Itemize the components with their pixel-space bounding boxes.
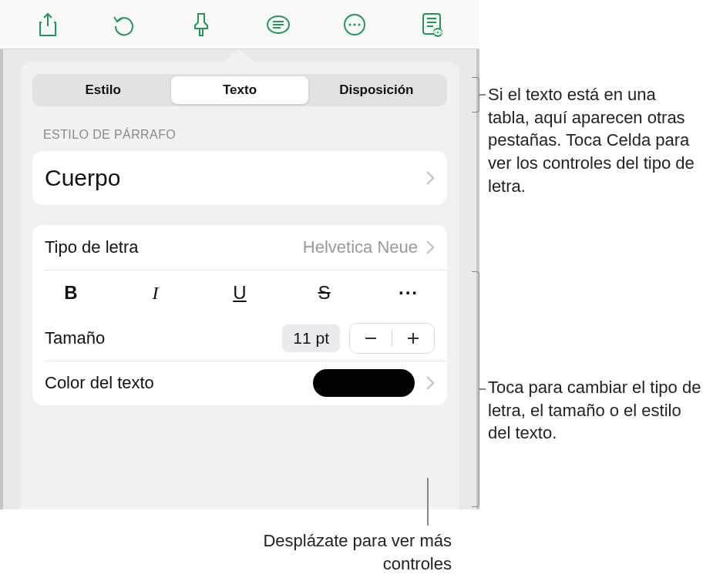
- minus-icon: [363, 331, 378, 346]
- plus-icon: [405, 331, 421, 346]
- font-row[interactable]: Tipo de letra Helvetica Neue: [32, 225, 447, 270]
- more-icon: [342, 12, 367, 37]
- svg-point-6: [354, 23, 356, 25]
- callout-font-note: Toca para cambiar el tipo de letra, el t…: [488, 376, 702, 445]
- share-icon: [37, 12, 59, 37]
- size-label: Tamaño: [45, 328, 282, 348]
- presenter-icon: [419, 12, 444, 38]
- paragraph-button[interactable]: [260, 6, 297, 43]
- text-color-label: Color del texto: [45, 373, 313, 393]
- callout-tabs-note: Si el texto está en una tabla, aquí apar…: [488, 83, 700, 197]
- size-row: Tamaño 11 pt: [32, 316, 447, 361]
- callout-bracket-font: [472, 271, 479, 507]
- format-panel-backdrop: Estilo Texto Disposición ESTILO DE PÁRRA…: [0, 49, 479, 509]
- callout-leader-font: [479, 388, 486, 390]
- undo-icon: [112, 12, 136, 37]
- callout-scroll-note: Desplázate para ver más controles: [220, 529, 452, 575]
- bold-button[interactable]: B: [49, 277, 92, 308]
- paragraph-icon: [266, 14, 291, 35]
- font-value: Helvetica Neue: [303, 237, 418, 257]
- underline-button[interactable]: U: [218, 277, 261, 308]
- undo-button[interactable]: [106, 6, 143, 43]
- chevron-right-icon: [426, 170, 435, 186]
- tab-disposicion[interactable]: Disposición: [308, 76, 445, 104]
- paragraph-style-value: Cuerpo: [45, 151, 426, 205]
- callout-bracket-tabs: [472, 77, 479, 113]
- size-decrease-button[interactable]: [350, 324, 392, 353]
- chevron-right-icon: [426, 375, 435, 391]
- callout-leader-scroll: [427, 478, 429, 526]
- presenter-button[interactable]: [413, 6, 450, 43]
- size-increase-button[interactable]: [392, 324, 434, 353]
- format-panel: Estilo Texto Disposición ESTILO DE PÁRRA…: [20, 62, 459, 509]
- size-stepper: [349, 323, 435, 354]
- svg-point-5: [349, 23, 352, 25]
- text-properties-card: Tipo de letra Helvetica Neue B I U S ···…: [32, 225, 447, 405]
- tab-estilo[interactable]: Estilo: [35, 76, 171, 104]
- format-button[interactable]: [183, 6, 220, 43]
- paragraph-style-section-label: ESTILO DE PÁRRAFO: [43, 128, 447, 142]
- format-tabs: Estilo Texto Disposición: [32, 74, 447, 106]
- more-button[interactable]: [336, 6, 373, 43]
- italic-button[interactable]: I: [134, 277, 177, 308]
- svg-point-7: [358, 23, 361, 25]
- svg-point-12: [433, 28, 442, 37]
- strikethrough-button[interactable]: S: [303, 277, 346, 308]
- format-brush-icon: [190, 12, 213, 38]
- paragraph-style-row[interactable]: Cuerpo: [32, 151, 447, 205]
- popover-arrow: [222, 49, 256, 63]
- text-color-swatch[interactable]: [313, 369, 415, 397]
- top-toolbar: [0, 0, 479, 49]
- paragraph-style-card: Cuerpo: [32, 151, 447, 205]
- tab-texto[interactable]: Texto: [171, 76, 308, 104]
- text-style-row: B I U S ···: [32, 270, 447, 316]
- callout-leader-tabs: [479, 94, 486, 96]
- chevron-right-icon: [426, 240, 435, 255]
- font-label: Tipo de letra: [45, 237, 303, 257]
- share-button[interactable]: [29, 6, 66, 43]
- more-text-styles-button[interactable]: ···: [387, 277, 430, 308]
- text-color-row[interactable]: Color del texto: [32, 361, 447, 405]
- size-value[interactable]: 11 pt: [282, 324, 340, 352]
